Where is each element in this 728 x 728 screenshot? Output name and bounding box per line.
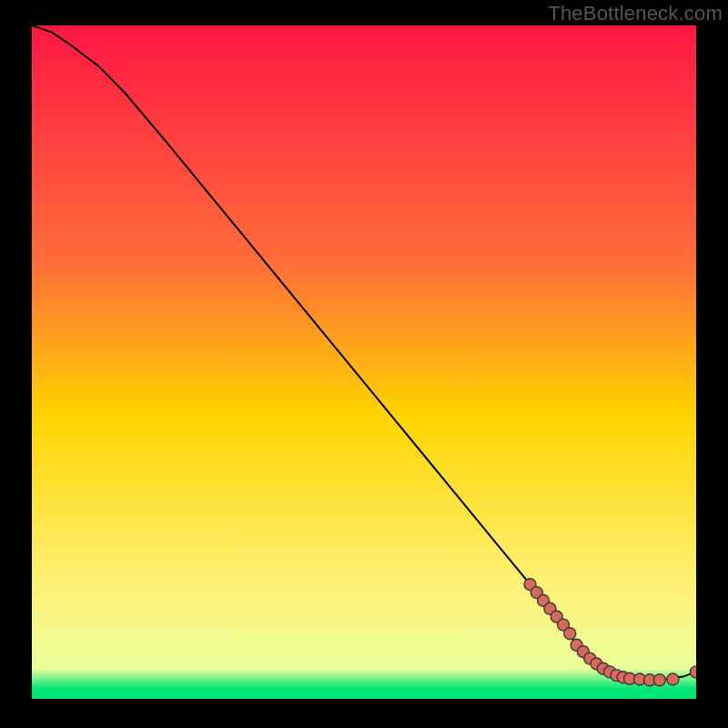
plot-area	[32, 25, 696, 699]
main-curve	[32, 25, 696, 680]
data-dot	[653, 674, 665, 686]
data-dot	[691, 666, 697, 678]
chart-frame: TheBottleneck.com	[0, 0, 728, 728]
chart-svg	[32, 25, 696, 699]
data-dots	[524, 579, 696, 686]
watermark-text: TheBottleneck.com	[548, 2, 723, 25]
data-dot	[667, 673, 679, 685]
data-dot	[564, 628, 576, 640]
